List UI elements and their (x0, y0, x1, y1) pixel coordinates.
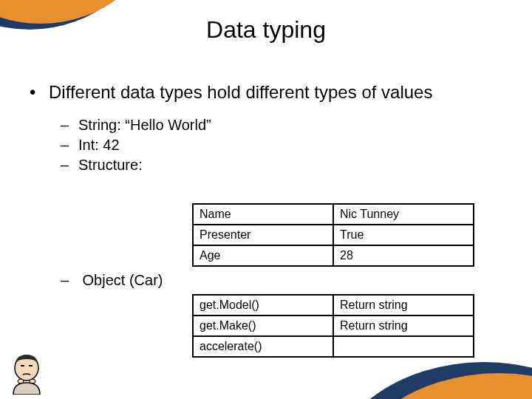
table-row: Age 28 (193, 245, 474, 266)
cell: accelerate() (193, 336, 333, 357)
cell: Presenter (193, 225, 333, 245)
bullet-dash-icon: – (61, 115, 78, 135)
bullet-dash-icon: – (61, 272, 78, 289)
cell: Age (193, 245, 333, 266)
structure-table: Name Nic Tunney Presenter True Age 28 (192, 203, 474, 267)
slide-body: • Different data types hold different ty… (30, 81, 502, 175)
slide: Data typing • Different data types hold … (0, 0, 532, 399)
table-row: get.Make() Return string (193, 316, 474, 336)
bullet-text: Object (Car) (83, 272, 163, 288)
svg-point-3 (18, 379, 24, 383)
decor-bottom-right (325, 355, 532, 399)
bullet-level1: • Different data types hold different ty… (30, 81, 502, 103)
cell: Return string (333, 295, 474, 316)
bullet-text: Int: 42 (78, 135, 120, 155)
bullet-text: Structure: (78, 155, 143, 175)
table-row: get.Model() Return string (193, 295, 474, 316)
cell: Name (193, 204, 333, 225)
bullet-text: Different data types hold different type… (49, 81, 432, 103)
bullet-level2: – Int: 42 (61, 135, 502, 155)
cell: get.Model() (193, 295, 333, 316)
cell: Return string (333, 316, 474, 336)
slide-title: Data typing (0, 16, 532, 44)
bullet-level2: – Structure: (61, 155, 502, 175)
svg-point-0 (15, 355, 38, 381)
bullet-dot-icon: • (30, 81, 49, 103)
structure-table-wrap: Name Nic Tunney Presenter True Age 28 (192, 203, 474, 267)
cell (333, 336, 474, 357)
table-row: Presenter True (193, 225, 474, 245)
cell: 28 (333, 245, 474, 266)
bullet-dash-icon: – (61, 155, 78, 175)
table-row: Name Nic Tunney (193, 204, 474, 225)
cell: True (333, 225, 474, 245)
object-table: get.Model() Return string get.Make() Ret… (192, 294, 474, 358)
cell: get.Make() (193, 316, 333, 336)
cell: Nic Tunney (333, 204, 474, 225)
avatar-icon (7, 352, 46, 395)
table-row: accelerate() (193, 336, 474, 357)
bullet-level2-object: – Object (Car) (61, 272, 163, 289)
bullet-text: String: “Hello World” (78, 115, 211, 135)
object-table-wrap: get.Model() Return string get.Make() Ret… (192, 294, 474, 358)
svg-point-4 (30, 379, 35, 383)
bullet-dash-icon: – (61, 135, 78, 155)
bullet-level2: – String: “Hello World” (61, 115, 502, 135)
